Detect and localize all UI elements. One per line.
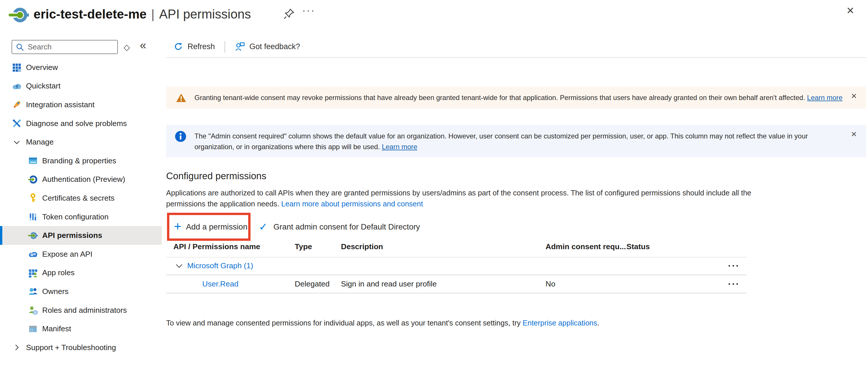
sidebar-item-expose-an-api[interactable]: Expose an API [0, 245, 162, 264]
close-icon[interactable]: × [847, 4, 854, 17]
browser-window-icon: www [28, 156, 38, 166]
permissions-consent-link[interactable]: Learn more about permissions and consent [281, 200, 423, 208]
sidebar-item-label: Quickstart [26, 82, 60, 90]
permission-row-more-icon[interactable]: ··· [724, 278, 744, 290]
toolbar-separator [224, 41, 225, 53]
table-header-divider [166, 257, 747, 257]
column-header-api-permissions-name: API / Permissions name [174, 242, 260, 251]
column-header-description: Description [341, 242, 383, 251]
sliders-icon [28, 212, 38, 222]
sidebar-item-label: Diagnose and solve problems [26, 119, 127, 128]
sidebar-item-label: Branding & properties [42, 156, 116, 165]
annotation-highlight-box: + Add a permission [167, 213, 250, 241]
sidebar-item-authentication[interactable]: Authentication (Preview) [0, 170, 162, 189]
sidebar-item-manifest[interactable]: { } Manifest [0, 319, 162, 338]
cloud-gear-icon [28, 249, 38, 259]
sidebar-item-quickstart[interactable]: Quickstart [0, 77, 162, 96]
sidebar-item-api-permissions[interactable]: API permissions [0, 226, 162, 245]
toolbar-divider [166, 57, 866, 58]
sidebar-item-overview[interactable]: Overview [0, 58, 162, 77]
feedback-button[interactable]: Got feedback? [235, 40, 300, 53]
overview-icon [11, 62, 22, 72]
search-input[interactable] [27, 42, 125, 52]
warning-learn-more-link[interactable]: Learn more [807, 94, 843, 101]
info-icon [175, 131, 186, 152]
row-divider [166, 275, 747, 275]
role-admin-icon [28, 305, 38, 315]
people-icon [28, 286, 38, 297]
page-name: API permissions [159, 7, 251, 21]
add-permission-label: Add a permission [186, 222, 247, 232]
info-text-body: The "Admin consent required" column show… [194, 132, 808, 151]
chevron-right-icon [11, 342, 22, 353]
permission-name-link[interactable]: User.Read [202, 278, 238, 290]
sidebar-item-label: Certificates & secrets [42, 194, 115, 203]
description-text: Applications are authorized to call APIs… [166, 189, 751, 208]
grant-admin-consent-button[interactable]: ✓ Grant admin consent for Default Direct… [259, 220, 420, 234]
api-permissions-app-icon [8, 5, 29, 25]
sidebar-item-label: Authentication (Preview) [42, 175, 125, 184]
configured-permissions-heading: Configured permissions [166, 171, 267, 182]
info-close-icon[interactable]: × [851, 129, 857, 139]
permission-description: Sign in and read user profile [341, 278, 437, 290]
svg-text:www: www [30, 161, 36, 164]
info-learn-more-link[interactable]: Learn more [382, 143, 417, 151]
refresh-button[interactable]: Refresh [174, 40, 215, 53]
group-row-more-icon[interactable]: ··· [724, 260, 744, 271]
sidebar-item-branding[interactable]: www Branding & properties [0, 151, 162, 170]
app-roles-icon [28, 268, 38, 278]
api-permissions-icon [28, 230, 38, 241]
info-text: The "Admin consent required" column show… [194, 131, 831, 152]
sidebar-item-label: Expose an API [42, 250, 92, 259]
sidebar-item-app-roles[interactable]: App roles [0, 264, 162, 282]
sidebar-item-certificates[interactable]: Certificates & secrets [0, 189, 162, 208]
more-options-icon[interactable]: ··· [302, 5, 315, 16]
plus-icon: + [174, 220, 182, 233]
feedback-icon [235, 41, 245, 52]
warning-close-icon[interactable]: × [851, 91, 857, 101]
group-chevron-down-icon[interactable] [175, 262, 183, 270]
enterprise-applications-link[interactable]: Enterprise applications [523, 319, 597, 327]
sidebar-item-roles-and-administrators[interactable]: Roles and administrators [0, 301, 162, 320]
sidebar-item-diagnose[interactable]: Diagnose and solve problems [0, 114, 162, 133]
footer-suffix: . [597, 319, 599, 327]
sidebar-item-label: Manifest [42, 324, 71, 333]
sidebar-group-manage[interactable]: Manage [0, 133, 162, 151]
refresh-label: Refresh [188, 42, 215, 51]
sidebar-item-integration-assistant[interactable]: Integration assistant [0, 95, 162, 114]
warning-text: Granting tenant-wide consent may revoke … [194, 94, 843, 102]
warning-banner: Granting tenant-wide consent may revoke … [166, 87, 866, 109]
column-header-status: Status [626, 242, 650, 251]
permission-admin-consent: No [546, 278, 555, 290]
selected-indicator [0, 226, 2, 245]
add-permission-button[interactable]: + Add a permission [174, 221, 247, 233]
sidebar-item-label: Integration assistant [26, 100, 94, 109]
permission-type: Delegated [295, 278, 330, 290]
sidebar-item-label: Roles and administrators [42, 306, 127, 315]
pin-icon[interactable] [283, 7, 295, 20]
expand-collapse-all-icon[interactable]: ◇ [124, 42, 130, 52]
warning-icon [176, 93, 186, 103]
group-row-microsoft-graph-link[interactable]: Microsoft Graph (1) [187, 260, 253, 271]
sidebar-item-label: API permissions [42, 231, 102, 240]
configured-permissions-description: Applications are authorized to call APIs… [166, 187, 782, 209]
quickstart-icon [11, 81, 22, 91]
sidebar-group-label: Support + Troubleshooting [26, 343, 116, 352]
chevron-down-icon [11, 137, 22, 147]
column-header-type: Type [295, 242, 312, 251]
collapse-sidebar-icon[interactable]: « [140, 39, 146, 51]
sidebar-item-token-configuration[interactable]: Token configuration [0, 208, 162, 226]
info-banner: The "Admin consent required" column show… [166, 125, 866, 157]
sidebar-item-label: Owners [42, 287, 68, 296]
authentication-icon [28, 174, 38, 185]
sidebar-group-support[interactable]: Support + Troubleshooting [0, 338, 162, 357]
sidebar-search[interactable] [11, 40, 118, 54]
sidebar-item-owners[interactable]: Owners [0, 282, 162, 301]
sidebar-item-label: App roles [42, 268, 74, 277]
sidebar-item-label: Overview [26, 63, 58, 72]
sidebar-group-label: Manage [26, 137, 54, 147]
page-title: eric-test-delete-me | API permissions [33, 7, 251, 21]
svg-text:{ }: { } [30, 329, 33, 332]
app-name: eric-test-delete-me [33, 7, 147, 21]
sidebar-item-label: Token configuration [42, 212, 108, 221]
